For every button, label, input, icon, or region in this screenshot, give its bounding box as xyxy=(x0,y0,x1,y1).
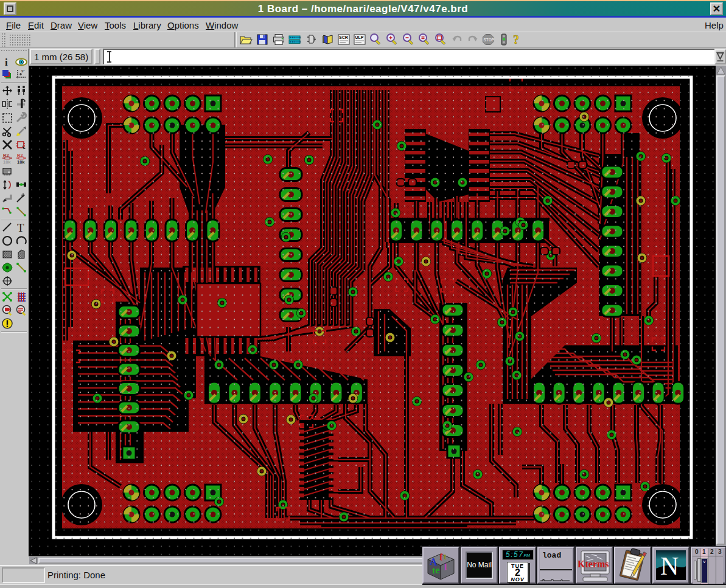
svg-text:l: l xyxy=(444,562,447,572)
svg-text:t: t xyxy=(444,551,447,561)
svg-text:STOP: STOP xyxy=(484,38,495,42)
svg-text:10k: 10k xyxy=(17,159,25,164)
svg-text:?: ? xyxy=(513,33,519,46)
svg-text:Kterms: Kterms xyxy=(578,559,609,569)
svg-text:9°: 9° xyxy=(21,69,25,73)
svg-text:f: f xyxy=(439,552,443,562)
svg-text:te: te xyxy=(432,564,439,575)
svg-text:T: T xyxy=(17,221,24,233)
svg-text:SCR: SCR xyxy=(339,35,348,40)
svg-text:10k: 10k xyxy=(3,159,11,164)
svg-text:N: N xyxy=(660,552,679,580)
svg-text:i: i xyxy=(5,57,8,68)
svg-text:ULP: ULP xyxy=(355,35,364,40)
